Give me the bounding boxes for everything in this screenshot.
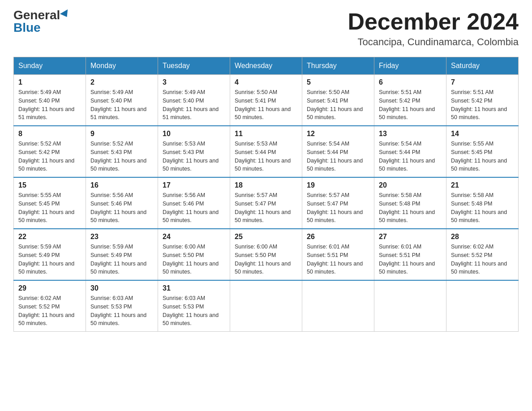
week-row-4: 22Sunrise: 5:59 AMSunset: 5:49 PMDayligh… <box>14 229 519 280</box>
day-info: Sunrise: 5:53 AMSunset: 5:44 PMDaylight:… <box>235 140 297 173</box>
calendar-cell: 21Sunrise: 5:58 AMSunset: 5:48 PMDayligh… <box>446 177 519 229</box>
day-number: 18 <box>235 181 297 189</box>
calendar-cell <box>302 280 374 332</box>
day-number: 21 <box>451 181 514 189</box>
day-number: 25 <box>235 233 297 241</box>
day-number: 20 <box>379 181 442 189</box>
calendar-cell: 22Sunrise: 5:59 AMSunset: 5:49 PMDayligh… <box>14 229 86 280</box>
calendar-cell: 29Sunrise: 6:02 AMSunset: 5:52 PMDayligh… <box>14 280 86 332</box>
calendar-cell: 7Sunrise: 5:51 AMSunset: 5:42 PMDaylight… <box>446 75 519 126</box>
day-info: Sunrise: 5:53 AMSunset: 5:43 PMDaylight:… <box>163 140 225 173</box>
day-info: Sunrise: 5:51 AMSunset: 5:42 PMDaylight:… <box>379 88 442 122</box>
calendar-table: SundayMondayTuesdayWednesdayThursdayFrid… <box>13 57 519 332</box>
day-number: 13 <box>379 130 442 138</box>
day-info: Sunrise: 5:56 AMSunset: 5:46 PMDaylight:… <box>90 191 153 225</box>
day-number: 9 <box>90 130 153 138</box>
week-row-5: 29Sunrise: 6:02 AMSunset: 5:52 PMDayligh… <box>14 280 519 332</box>
day-number: 2 <box>90 78 153 86</box>
calendar-cell: 31Sunrise: 6:03 AMSunset: 5:53 PMDayligh… <box>158 280 230 332</box>
day-info: Sunrise: 6:01 AMSunset: 5:51 PMDaylight:… <box>379 243 442 276</box>
calendar-cell: 19Sunrise: 5:57 AMSunset: 5:47 PMDayligh… <box>302 177 374 229</box>
day-number: 17 <box>163 181 225 189</box>
day-number: 3 <box>163 78 225 86</box>
page-header: General Blue December 2024 Tocancipa, Cu… <box>13 9 519 48</box>
day-number: 10 <box>163 130 225 138</box>
day-header-friday: Friday <box>374 57 446 75</box>
day-number: 16 <box>90 181 153 189</box>
calendar-cell: 10Sunrise: 5:53 AMSunset: 5:43 PMDayligh… <box>158 126 230 177</box>
title-section: December 2024 Tocancipa, Cundinamarca, C… <box>348 9 519 48</box>
calendar-cell: 30Sunrise: 6:03 AMSunset: 5:53 PMDayligh… <box>86 280 158 332</box>
logo-blue-text: Blue <box>13 21 41 34</box>
calendar-cell: 12Sunrise: 5:54 AMSunset: 5:44 PMDayligh… <box>302 126 374 177</box>
day-info: Sunrise: 5:59 AMSunset: 5:49 PMDaylight:… <box>18 243 81 276</box>
week-row-2: 8Sunrise: 5:52 AMSunset: 5:42 PMDaylight… <box>14 126 519 177</box>
day-number: 12 <box>307 130 369 138</box>
day-info: Sunrise: 5:49 AMSunset: 5:40 PMDaylight:… <box>18 88 81 122</box>
month-title: December 2024 <box>348 9 519 34</box>
day-info: Sunrise: 5:58 AMSunset: 5:48 PMDaylight:… <box>379 191 442 225</box>
day-number: 23 <box>90 233 153 241</box>
calendar-cell: 13Sunrise: 5:54 AMSunset: 5:44 PMDayligh… <box>374 126 446 177</box>
day-info: Sunrise: 6:00 AMSunset: 5:50 PMDaylight:… <box>163 243 225 276</box>
day-info: Sunrise: 6:03 AMSunset: 5:53 PMDaylight:… <box>163 294 225 328</box>
day-info: Sunrise: 5:51 AMSunset: 5:42 PMDaylight:… <box>451 88 514 122</box>
day-number: 28 <box>451 233 514 241</box>
calendar-cell: 2Sunrise: 5:49 AMSunset: 5:40 PMDaylight… <box>86 75 158 126</box>
day-number: 29 <box>18 284 81 292</box>
day-number: 14 <box>451 130 514 138</box>
day-info: Sunrise: 5:54 AMSunset: 5:44 PMDaylight:… <box>379 140 442 173</box>
day-number: 1 <box>18 78 81 86</box>
day-header-saturday: Saturday <box>446 57 519 75</box>
calendar-cell: 15Sunrise: 5:55 AMSunset: 5:45 PMDayligh… <box>14 177 86 229</box>
location-title: Tocancipa, Cundinamarca, Colombia <box>348 36 519 48</box>
logo: General Blue <box>13 9 70 34</box>
day-info: Sunrise: 5:57 AMSunset: 5:47 PMDaylight:… <box>307 191 369 225</box>
calendar-cell: 6Sunrise: 5:51 AMSunset: 5:42 PMDaylight… <box>374 75 446 126</box>
day-info: Sunrise: 6:01 AMSunset: 5:51 PMDaylight:… <box>307 243 369 276</box>
calendar-cell: 16Sunrise: 5:56 AMSunset: 5:46 PMDayligh… <box>86 177 158 229</box>
day-info: Sunrise: 5:52 AMSunset: 5:43 PMDaylight:… <box>90 140 153 173</box>
calendar-cell: 9Sunrise: 5:52 AMSunset: 5:43 PMDaylight… <box>86 126 158 177</box>
calendar-cell: 4Sunrise: 5:50 AMSunset: 5:41 PMDaylight… <box>230 75 302 126</box>
day-info: Sunrise: 6:02 AMSunset: 5:52 PMDaylight:… <box>451 243 514 276</box>
day-info: Sunrise: 6:02 AMSunset: 5:52 PMDaylight:… <box>18 294 81 328</box>
day-info: Sunrise: 5:54 AMSunset: 5:44 PMDaylight:… <box>307 140 369 173</box>
calendar-cell: 18Sunrise: 5:57 AMSunset: 5:47 PMDayligh… <box>230 177 302 229</box>
day-number: 30 <box>90 284 153 292</box>
day-number: 4 <box>235 78 297 86</box>
calendar-cell: 23Sunrise: 5:59 AMSunset: 5:49 PMDayligh… <box>86 229 158 280</box>
logo-general-text: General <box>13 9 60 21</box>
day-number: 31 <box>163 284 225 292</box>
calendar-cell: 27Sunrise: 6:01 AMSunset: 5:51 PMDayligh… <box>374 229 446 280</box>
day-number: 15 <box>18 181 81 189</box>
calendar-cell <box>230 280 302 332</box>
day-header-wednesday: Wednesday <box>230 57 302 75</box>
calendar-cell <box>374 280 446 332</box>
day-number: 8 <box>18 130 81 138</box>
day-info: Sunrise: 5:55 AMSunset: 5:45 PMDaylight:… <box>18 191 81 225</box>
calendar-cell: 17Sunrise: 5:56 AMSunset: 5:46 PMDayligh… <box>158 177 230 229</box>
logo-arrow-icon <box>60 9 71 19</box>
day-number: 24 <box>163 233 225 241</box>
day-info: Sunrise: 5:49 AMSunset: 5:40 PMDaylight:… <box>163 88 225 122</box>
day-header-sunday: Sunday <box>14 57 86 75</box>
calendar-cell: 5Sunrise: 5:50 AMSunset: 5:41 PMDaylight… <box>302 75 374 126</box>
day-number: 7 <box>451 78 514 86</box>
calendar-cell: 20Sunrise: 5:58 AMSunset: 5:48 PMDayligh… <box>374 177 446 229</box>
day-header-tuesday: Tuesday <box>158 57 230 75</box>
day-info: Sunrise: 5:56 AMSunset: 5:46 PMDaylight:… <box>163 191 225 225</box>
day-number: 22 <box>18 233 81 241</box>
day-info: Sunrise: 5:58 AMSunset: 5:48 PMDaylight:… <box>451 191 514 225</box>
day-number: 27 <box>379 233 442 241</box>
day-info: Sunrise: 6:00 AMSunset: 5:50 PMDaylight:… <box>235 243 297 276</box>
week-row-1: 1Sunrise: 5:49 AMSunset: 5:40 PMDaylight… <box>14 75 519 126</box>
day-info: Sunrise: 5:50 AMSunset: 5:41 PMDaylight:… <box>307 88 369 122</box>
day-info: Sunrise: 5:50 AMSunset: 5:41 PMDaylight:… <box>235 88 297 122</box>
day-info: Sunrise: 6:03 AMSunset: 5:53 PMDaylight:… <box>90 294 153 328</box>
day-info: Sunrise: 5:55 AMSunset: 5:45 PMDaylight:… <box>451 140 514 173</box>
calendar-cell: 3Sunrise: 5:49 AMSunset: 5:40 PMDaylight… <box>158 75 230 126</box>
day-header-thursday: Thursday <box>302 57 374 75</box>
day-number: 11 <box>235 130 297 138</box>
calendar-cell: 1Sunrise: 5:49 AMSunset: 5:40 PMDaylight… <box>14 75 86 126</box>
